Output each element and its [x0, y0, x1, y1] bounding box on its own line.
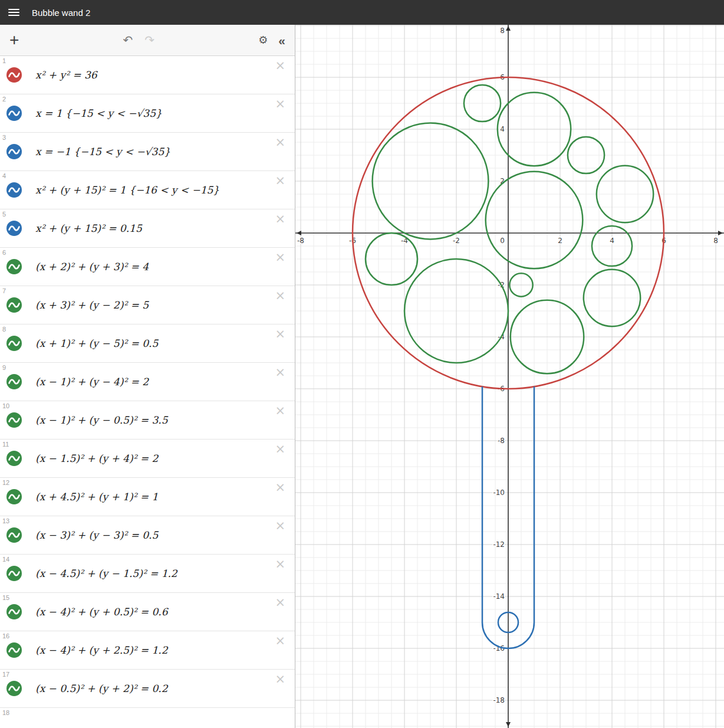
curve-color-icon[interactable]	[6, 67, 22, 83]
curve-color-icon[interactable]	[6, 604, 22, 620]
delete-expression-icon[interactable]: ×	[271, 519, 289, 533]
collapse-panel-icon[interactable]: «	[278, 34, 285, 47]
delete-expression-icon[interactable]: ×	[271, 366, 289, 379]
curve-style-swatch	[6, 642, 22, 658]
expression-latex[interactable]: (x − 4.5)² + (y − 1.5)² = 1.2	[28, 555, 295, 592]
expression-latex[interactable]: (x + 3)² + (y − 2)² = 5	[28, 286, 295, 324]
expression-number: 10	[2, 402, 9, 409]
expression-latex[interactable]: x² + y² = 36	[28, 56, 295, 94]
curve-color-icon[interactable]	[6, 642, 22, 658]
curve-color-icon[interactable]	[6, 450, 22, 467]
delete-expression-icon[interactable]: ×	[271, 289, 289, 303]
redo-icon[interactable]: ↷	[144, 34, 154, 46]
delete-expression-icon[interactable]: ×	[271, 251, 289, 264]
graph-paper[interactable]: -8-6-4-2024688642-2-4-6-8-10-12-14-16-18	[295, 25, 724, 728]
curve-color-icon[interactable]	[6, 105, 22, 122]
curve-color-icon[interactable]	[6, 565, 22, 582]
axis-tick-label: -2	[453, 237, 460, 245]
expression-latex[interactable]: (x − 1.5)² + (y + 4)² = 2	[28, 440, 295, 477]
expression-row[interactable]: 10 (x − 1)² + (y − 0.5)² = 3.5 ×	[0, 401, 295, 440]
delete-expression-icon[interactable]: ×	[271, 481, 289, 494]
curve-color-icon[interactable]	[6, 143, 22, 160]
expression-row[interactable]: 13 (x − 3)² + (y − 3)² = 0.5 ×	[0, 516, 295, 555]
curve-style-swatch	[6, 565, 22, 582]
expression-latex[interactable]: (x − 1)² + (y − 4)² = 2	[28, 363, 295, 401]
expression-row[interactable]: 17 (x − 0.5)² + (y + 2)² = 0.2 ×	[0, 670, 295, 708]
delete-expression-icon[interactable]: ×	[271, 59, 289, 73]
desmos-app: Bubble wand 2 + ↶ ↷ ⚙ « 1 x² + y² = 36	[0, 0, 724, 728]
add-expression-button[interactable]: +	[9, 32, 19, 48]
expression-row[interactable]: 15 (x − 4)² + (y + 0.5)² = 0.6 ×	[0, 593, 295, 631]
expression-gutter: 1	[0, 56, 28, 94]
delete-expression-icon[interactable]: ×	[271, 212, 289, 226]
expression-latex[interactable]: (x − 0.5)² + (y + 2)² = 0.2	[28, 670, 295, 707]
curve-style-swatch	[6, 67, 22, 83]
expression-latex[interactable]: (x − 1)² + (y − 0.5)² = 3.5	[28, 401, 295, 439]
expression-gutter: 8	[0, 324, 28, 362]
expression-row[interactable]: 8 (x + 1)² + (y − 5)² = 0.5 ×	[0, 324, 295, 363]
delete-expression-icon[interactable]: ×	[271, 673, 289, 686]
expression-latex[interactable]: (x − 4)² + (y + 0.5)² = 0.6	[28, 593, 295, 631]
curve-style-swatch	[6, 488, 22, 505]
expression-latex[interactable]: x = −1 {−15 < y < −√35}	[28, 133, 295, 170]
gear-icon[interactable]: ⚙	[258, 35, 268, 45]
expression-row[interactable]: 12 (x + 4.5)² + (y + 1)² = 1 ×	[0, 478, 295, 516]
delete-expression-icon[interactable]: ×	[271, 404, 289, 418]
delete-expression-icon[interactable]: ×	[271, 596, 289, 609]
curve-style-swatch	[6, 297, 22, 313]
expression-row[interactable]: 18	[0, 708, 295, 728]
expression-gutter: 7	[0, 286, 28, 324]
expression-row[interactable]: 14 (x − 4.5)² + (y − 1.5)² = 1.2 ×	[0, 555, 295, 593]
expression-latex[interactable]	[28, 708, 295, 728]
expression-panel: + ↶ ↷ ⚙ « 1 x² + y² = 36 × 2	[0, 25, 295, 728]
expression-number: 4	[2, 172, 6, 179]
expression-latex[interactable]: (x + 4.5)² + (y + 1)² = 1	[28, 478, 295, 516]
expression-row[interactable]: 11 (x − 1.5)² + (y + 4)² = 2 ×	[0, 440, 295, 478]
curve-style-swatch	[6, 220, 22, 237]
expression-row[interactable]: 4 x² + (y + 15)² = 1 {−16 < y < −15} ×	[0, 171, 295, 209]
expression-row[interactable]: 9 (x − 1)² + (y − 4)² = 2 ×	[0, 363, 295, 401]
expression-latex[interactable]: x = 1 {−15 < y < −√35}	[28, 94, 295, 132]
expression-number: 1	[2, 57, 6, 64]
expression-latex[interactable]: x² + (y + 15)² = 0.15	[28, 209, 295, 247]
curve-color-icon[interactable]	[6, 373, 22, 390]
expression-row[interactable]: 3 x = −1 {−15 < y < −√35} ×	[0, 133, 295, 171]
axis-tick-label: -8	[297, 237, 304, 245]
curve-style-swatch	[6, 527, 22, 543]
curve-color-icon[interactable]	[6, 335, 22, 352]
expression-row[interactable]: 1 x² + y² = 36 ×	[0, 56, 295, 94]
delete-expression-icon[interactable]: ×	[271, 327, 289, 341]
curve-color-icon[interactable]	[6, 297, 22, 313]
expression-number: 17	[2, 671, 9, 678]
curve-color-icon[interactable]	[6, 220, 22, 237]
undo-icon[interactable]: ↶	[123, 34, 133, 46]
curve-color-icon[interactable]	[6, 527, 22, 543]
curve-color-icon[interactable]	[6, 488, 22, 505]
delete-expression-icon[interactable]: ×	[271, 634, 289, 648]
axis-tick-label: 4	[500, 125, 505, 133]
expression-latex[interactable]: (x + 1)² + (y − 5)² = 0.5	[28, 324, 295, 362]
expression-row[interactable]: 7 (x + 3)² + (y − 2)² = 5 ×	[0, 286, 295, 324]
delete-expression-icon[interactable]: ×	[271, 136, 289, 149]
expression-row[interactable]: 6 (x + 2)² + (y + 3)² = 4 ×	[0, 248, 295, 286]
delete-expression-icon[interactable]: ×	[271, 97, 289, 111]
expression-row[interactable]: 5 x² + (y + 15)² = 0.15 ×	[0, 209, 295, 248]
axis-tick-label: 8	[713, 237, 718, 245]
delete-expression-icon[interactable]: ×	[271, 442, 289, 456]
curve-color-icon[interactable]	[6, 182, 22, 198]
curve-color-icon[interactable]	[6, 680, 22, 697]
curve-color-icon[interactable]	[6, 412, 22, 428]
delete-expression-icon[interactable]: ×	[271, 174, 289, 188]
hamburger-menu-button[interactable]	[0, 0, 27, 25]
expression-row[interactable]: 2 x = 1 {−15 < y < −√35} ×	[0, 94, 295, 133]
expression-latex[interactable]: (x − 4)² + (y + 2.5)² = 1.2	[28, 631, 295, 669]
expression-latex[interactable]: (x − 3)² + (y − 3)² = 0.5	[28, 516, 295, 554]
expression-row[interactable]: 16 (x − 4)² + (y + 2.5)² = 1.2 ×	[0, 631, 295, 670]
expression-latex[interactable]: x² + (y + 15)² = 1 {−16 < y < −15}	[28, 171, 295, 209]
expression-latex[interactable]: (x + 2)² + (y + 3)² = 4	[28, 248, 295, 286]
curve-color-icon[interactable]	[6, 258, 22, 275]
delete-expression-icon[interactable]: ×	[271, 558, 289, 571]
curve-style-swatch	[6, 604, 22, 620]
expression-gutter: 13	[0, 516, 28, 554]
expression-gutter: 16	[0, 631, 28, 669]
